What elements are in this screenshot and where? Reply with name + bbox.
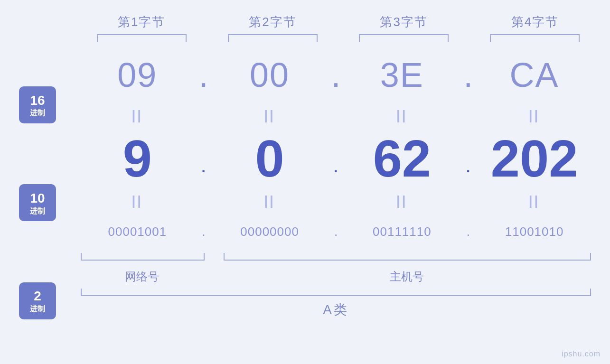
class-bracket-row — [81, 289, 591, 298]
equals-row-1: || || || || — [81, 103, 591, 127]
hex-cell-3: 3E — [346, 56, 459, 94]
host-label: 主机号 — [223, 269, 591, 284]
eq2-cell-3: || — [346, 193, 459, 208]
eq2-cell-1: || — [81, 193, 194, 208]
eq-cell-3: || — [346, 108, 459, 123]
base-badge-2: 2 进制 — [19, 282, 56, 319]
hex-dot-1: . — [194, 56, 213, 94]
dec-value-3: 62 — [373, 128, 431, 188]
bin-value-2: 00000000 — [240, 224, 299, 239]
dec-cell-4: 202 — [478, 128, 591, 188]
dec-dot-3: . — [459, 140, 478, 176]
dec-dot-2: . — [327, 140, 346, 176]
brackets-bottom — [81, 253, 591, 265]
hex-cell-1: 09 — [81, 56, 194, 94]
byte-col-4: 第4字节 — [479, 14, 591, 42]
watermark: ipshu.com — [562, 350, 601, 358]
eq2-cell-2: || — [213, 193, 327, 208]
byte-label-2: 第2字节 — [249, 14, 296, 30]
byte-label-4: 第4字节 — [511, 14, 559, 30]
eq-sign-4: || — [529, 108, 540, 123]
class-bracket — [81, 289, 591, 296]
hex-dot-2: . — [327, 56, 346, 94]
eq-cell-4: || — [478, 108, 591, 123]
byte-label-3: 第3字节 — [380, 14, 427, 30]
hex-value-2: 00 — [250, 56, 290, 94]
bin-dot-3: . — [459, 224, 478, 239]
eq2-sign-2: || — [264, 193, 275, 208]
labels-row: 网络号 主机号 — [81, 267, 591, 286]
byte-col-1: 第1字节 — [85, 14, 197, 42]
eq-sign-3: || — [396, 108, 408, 123]
eq2-sign-4: || — [529, 193, 540, 208]
decimal-row: 9 . 0 . 62 . 202 — [81, 127, 591, 189]
bracket-host — [224, 253, 591, 261]
bracket-top-4 — [490, 34, 580, 42]
eq2-sign-3: || — [396, 193, 408, 208]
bin-cell-1: 00001001 — [81, 224, 194, 239]
dec-value-1: 9 — [123, 128, 152, 188]
hex-row: 09 . 00 . 3E . CA — [81, 47, 591, 103]
eq-cell-2: || — [213, 108, 327, 123]
hex-cell-2: 00 — [213, 56, 327, 94]
class-label-row: A类 — [81, 298, 591, 322]
bin-dot-1: . — [194, 224, 213, 239]
base-badge-10: 10 进制 — [19, 184, 56, 221]
bin-cell-3: 00111110 — [346, 224, 459, 239]
eq-cell-1: || — [81, 108, 194, 123]
bracket-network — [81, 253, 205, 261]
byte-col-2: 第2字节 — [216, 14, 328, 42]
header-row: 第1字节 第2字节 第3字节 第4字节 — [85, 13, 591, 42]
bracket-top-1 — [97, 34, 187, 42]
eq2-cell-4: || — [478, 193, 591, 208]
dec-cell-2: 0 — [213, 128, 327, 188]
dec-cell-1: 9 — [81, 128, 194, 188]
binary-row: 00001001 . 00000000 . 00111110 . — [81, 213, 591, 251]
hex-cell-4: CA — [478, 56, 591, 94]
class-label: A类 — [81, 301, 591, 319]
main-area: 16 进制 10 进制 2 进制 09 . — [19, 42, 591, 364]
rows-area: 09 . 00 . 3E . CA — [81, 42, 591, 364]
equals-row-2: || || || || — [81, 189, 591, 213]
bin-value-3: 00111110 — [373, 224, 432, 239]
bin-value-4: 11001010 — [505, 224, 564, 239]
bin-dot-2: . — [327, 224, 346, 239]
dec-value-2: 0 — [255, 128, 284, 188]
bracket-top-2 — [228, 34, 318, 42]
dec-value-4: 202 — [491, 128, 578, 188]
dec-cell-3: 62 — [346, 128, 459, 188]
dec-dot-1: . — [194, 140, 213, 176]
eq-sign-1: || — [132, 108, 143, 123]
bracket-top-3 — [359, 34, 449, 42]
base-badge-16: 16 进制 — [19, 86, 56, 123]
bin-cell-2: 00000000 — [213, 224, 327, 239]
byte-col-3: 第3字节 — [348, 14, 460, 42]
hex-value-4: CA — [510, 56, 559, 94]
eq2-sign-1: || — [132, 193, 143, 208]
eq-sign-2: || — [264, 108, 275, 123]
hex-value-3: 3E — [380, 56, 424, 94]
byte-label-1: 第1字节 — [118, 14, 165, 30]
network-label: 网络号 — [81, 269, 204, 284]
main-container: 第1字节 第2字节 第3字节 第4字节 16 进制 — [0, 0, 610, 364]
left-labels: 16 进制 10 进制 2 进制 — [19, 42, 81, 364]
hex-value-1: 09 — [117, 56, 157, 94]
bin-cell-4: 11001010 — [478, 224, 591, 239]
hex-dot-3: . — [459, 56, 478, 94]
bin-value-1: 00001001 — [108, 224, 167, 239]
